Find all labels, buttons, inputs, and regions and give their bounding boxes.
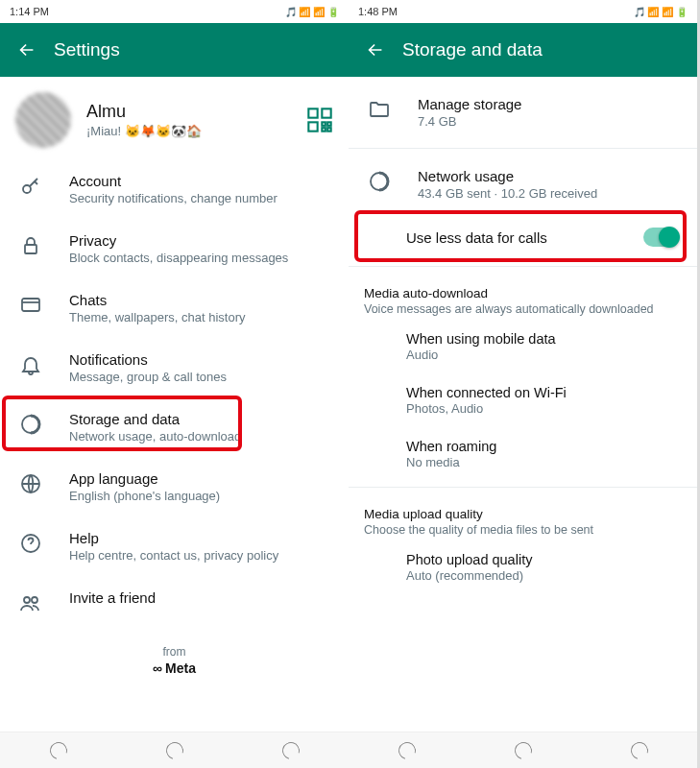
- item-help[interactable]: HelpHelp centre, contact us, privacy pol…: [0, 516, 349, 576]
- svg-point-13: [24, 597, 30, 603]
- item-title: Manage storage: [418, 96, 682, 112]
- item-privacy[interactable]: PrivacyBlock contacts, disappearing mess…: [0, 219, 349, 278]
- section-title: Media auto-download: [364, 286, 682, 300]
- sub-desc: Auto (recommended): [406, 568, 682, 583]
- people-icon: [19, 591, 42, 614]
- sub-desc: Audio: [406, 348, 682, 362]
- section-upload: Media upload quality Choose the quality …: [349, 493, 697, 540]
- svg-rect-9: [22, 299, 39, 311]
- help-icon: [19, 532, 42, 555]
- section-sub: Voice messages are always automatically …: [364, 302, 682, 316]
- status-time: 1:48 PM: [358, 6, 398, 17]
- item-sub: 43.4 GB sent · 10.2 GB received: [418, 186, 682, 201]
- data-icon: [368, 170, 391, 193]
- nav-icon[interactable]: [46, 738, 70, 762]
- back-button[interactable]: [8, 31, 46, 69]
- section-title: Media upload quality: [364, 507, 682, 521]
- content: Manage storage7.4 GB Network usage43.4 G…: [349, 77, 697, 732]
- item-sub: Network usage, auto-download: [69, 429, 333, 444]
- item-title: Help: [69, 530, 333, 546]
- meta-brand: ∞Meta: [0, 660, 349, 676]
- item-sub: Theme, wallpapers, chat history: [69, 310, 333, 324]
- nav-icon[interactable]: [627, 738, 651, 762]
- nav-icon[interactable]: [395, 738, 419, 762]
- sub-title: When connected on Wi-Fi: [406, 385, 682, 400]
- page-title: Settings: [54, 39, 120, 60]
- statusbar: 1:14 PM 🎵 📶 📶 🔋: [0, 0, 349, 23]
- item-storage[interactable]: Storage and dataNetwork usage, auto-down…: [0, 397, 349, 457]
- navbar: [349, 732, 697, 768]
- item-wifi[interactable]: When connected on Wi-Fi Photos, Audio: [349, 373, 697, 427]
- item-photo-quality[interactable]: Photo upload quality Auto (recommended): [349, 540, 697, 594]
- globe-icon: [19, 472, 42, 495]
- item-less-data[interactable]: Use less data for calls: [349, 214, 697, 260]
- svg-rect-8: [25, 245, 36, 253]
- header: Settings: [0, 23, 349, 77]
- divider: [349, 266, 697, 267]
- nav-icon[interactable]: [162, 738, 186, 762]
- section-sub: Choose the quality of media files to be …: [364, 523, 682, 537]
- chat-icon: [19, 294, 42, 317]
- item-sub: Message, group & call tones: [69, 370, 333, 384]
- item-title: Privacy: [69, 232, 333, 249]
- toggle-switch[interactable]: [643, 228, 678, 247]
- item-notifications[interactable]: NotificationsMessage, group & call tones: [0, 338, 349, 397]
- svg-rect-6: [327, 128, 331, 132]
- from-label: from: [0, 645, 349, 659]
- bell-icon: [19, 353, 42, 376]
- item-title: Storage and data: [69, 411, 333, 427]
- item-title: Notifications: [69, 351, 333, 368]
- data-icon: [19, 413, 42, 436]
- svg-rect-4: [327, 122, 331, 125]
- from-meta: from ∞Meta: [0, 628, 349, 693]
- item-sub: 7.4 GB: [418, 114, 682, 129]
- item-title: App language: [69, 470, 333, 487]
- toggle-label: Use less data for calls: [406, 229, 643, 246]
- sub-title: When roaming: [406, 439, 682, 454]
- item-language[interactable]: App languageEnglish (phone's language): [0, 457, 349, 516]
- nav-icon[interactable]: [278, 738, 302, 762]
- section-media-auto: Media auto-download Voice messages are a…: [349, 273, 697, 320]
- sub-desc: Photos, Audio: [406, 401, 682, 416]
- nav-icon[interactable]: [511, 738, 535, 762]
- svg-point-7: [23, 185, 31, 193]
- item-title: Chats: [69, 292, 333, 308]
- item-roaming[interactable]: When roaming No media: [349, 427, 697, 481]
- page-title: Storage and data: [402, 39, 543, 60]
- sub-title: When using mobile data: [406, 331, 682, 347]
- back-button[interactable]: [356, 31, 395, 69]
- item-chats[interactable]: ChatsTheme, wallpapers, chat history: [0, 278, 349, 338]
- item-account[interactable]: AccountSecurity notifications, change nu…: [0, 159, 349, 219]
- item-invite[interactable]: Invite a friend: [0, 576, 349, 628]
- svg-rect-1: [322, 108, 330, 117]
- profile-name: Almu: [86, 102, 306, 122]
- sub-desc: No media: [406, 455, 682, 469]
- content: Almu ¡Miau! 🐱🦊🐱🐼🏠 AccountSecurity notifi…: [0, 77, 349, 732]
- profile-info: Almu ¡Miau! 🐱🦊🐱🐼🏠: [86, 102, 306, 138]
- navbar: [0, 732, 349, 768]
- item-title: Network usage: [418, 168, 682, 184]
- item-sub: Security notifications, change number: [69, 191, 333, 205]
- avatar: [15, 92, 71, 148]
- statusbar: 1:48 PM 🎵 📶 📶 🔋: [349, 0, 697, 23]
- qr-icon[interactable]: [306, 107, 333, 133]
- header: Storage and data: [349, 23, 697, 77]
- profile-status: ¡Miau! 🐱🦊🐱🐼🏠: [86, 124, 306, 138]
- item-title: Invite a friend: [69, 589, 333, 606]
- item-manage-storage[interactable]: Manage storage7.4 GB: [349, 77, 697, 142]
- key-icon: [19, 175, 42, 198]
- item-mobile-data[interactable]: When using mobile data Audio: [349, 320, 697, 373]
- divider: [349, 148, 697, 149]
- divider: [349, 487, 697, 488]
- profile-row[interactable]: Almu ¡Miau! 🐱🦊🐱🐼🏠: [0, 77, 349, 159]
- svg-point-14: [32, 597, 37, 603]
- status-icons: 🎵 📶 📶 🔋: [634, 7, 688, 17]
- item-network-usage[interactable]: Network usage43.4 GB sent · 10.2 GB rece…: [349, 155, 697, 214]
- phone-settings: 1:14 PM 🎵 📶 📶 🔋 Settings Almu ¡Miau! 🐱🦊🐱…: [0, 0, 349, 768]
- status-icons: 🎵 📶 📶 🔋: [285, 7, 339, 17]
- lock-icon: [19, 234, 42, 257]
- item-sub: Help centre, contact us, privacy policy: [69, 548, 333, 563]
- item-sub: English (phone's language): [69, 489, 333, 503]
- svg-rect-5: [322, 128, 326, 132]
- svg-rect-3: [322, 122, 326, 125]
